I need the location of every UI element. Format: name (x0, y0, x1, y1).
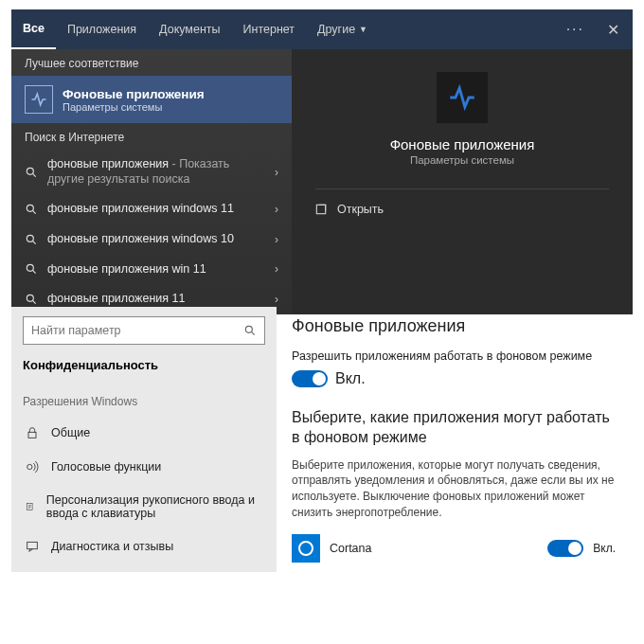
svg-point-4 (27, 235, 33, 242)
preview-app-icon (437, 72, 488, 123)
speech-icon (25, 459, 40, 474)
best-match-item[interactable]: Фоновые приложения Параметры системы (11, 76, 292, 123)
preview-subtitle: Параметры системы (410, 154, 514, 166)
activity-monitor-icon (25, 85, 53, 114)
search-results-list: Лучшее соответствие Фоновые приложения П… (11, 49, 292, 314)
allow-background-toggle[interactable] (292, 370, 328, 387)
choose-apps-heading: Выберите, какие приложения могут работат… (292, 408, 616, 448)
chevron-down-icon: ▼ (359, 25, 367, 34)
web-results-header: Поиск в Интернете (11, 123, 292, 150)
chevron-right-icon: › (275, 233, 278, 246)
settings-category-title: Конфиденциальность (23, 358, 265, 372)
chevron-right-icon: › (275, 166, 278, 179)
svg-point-14 (27, 464, 32, 469)
sidebar-item-inking[interactable]: Персонализация рукописного ввода и ввода… (23, 484, 265, 529)
svg-point-11 (245, 326, 252, 332)
settings-window: Конфиденциальность Разрешения Windows Об… (11, 307, 633, 572)
app-toggle-state: Вкл. (593, 542, 616, 555)
sidebar-item-speech[interactable]: Голосовые функции (23, 450, 265, 484)
search-icon (25, 233, 38, 246)
svg-line-5 (32, 241, 35, 243)
best-match-subtitle: Параметры системы (63, 101, 205, 113)
search-icon (25, 262, 38, 276)
sidebar-item-diagnostics[interactable]: Диагностика и отзывы (23, 529, 265, 564)
sidebar-item-general[interactable]: Общие (23, 416, 265, 450)
svg-point-2 (27, 205, 33, 211)
toggle-state-label: Вкл. (335, 370, 366, 387)
close-icon[interactable]: ✕ (594, 21, 633, 39)
chevron-right-icon: › (275, 293, 278, 306)
app-toggle[interactable] (547, 540, 583, 557)
preview-title: Фоновые приложения (390, 136, 535, 152)
web-result-item[interactable]: фоновые приложения win 11 › (11, 255, 292, 285)
open-icon (314, 203, 328, 216)
search-filter-tabs: Все Приложения Документы Интернет Другие… (11, 9, 633, 49)
svg-rect-19 (27, 542, 38, 548)
feedback-icon (25, 539, 40, 554)
svg-point-8 (27, 295, 33, 301)
page-title: Фоновые приложения (292, 316, 616, 336)
svg-rect-13 (28, 432, 36, 438)
search-icon (25, 203, 38, 216)
svg-point-0 (27, 168, 33, 174)
windows-search-flyout: Все Приложения Документы Интернет Другие… (11, 9, 633, 295)
web-result-item[interactable]: фоновые приложения windows 11 › (11, 194, 292, 224)
choose-apps-description: Выберите приложения, которые могут получ… (292, 457, 616, 521)
search-icon (243, 324, 257, 337)
settings-content: Фоновые приложения Разрешить приложениям… (277, 307, 633, 572)
search-icon (25, 293, 38, 306)
app-name-label: Cortana (330, 542, 538, 555)
chevron-right-icon: › (275, 203, 278, 216)
svg-rect-10 (316, 205, 325, 213)
search-icon (25, 166, 38, 179)
settings-section-header: Разрешения Windows (23, 395, 265, 408)
svg-line-3 (32, 211, 35, 214)
clipboard-icon (25, 499, 35, 514)
svg-line-1 (32, 173, 35, 176)
svg-line-12 (251, 331, 254, 334)
tab-documents[interactable]: Документы (148, 9, 231, 49)
web-result-item[interactable]: фоновые приложения - Показать другие рез… (11, 150, 292, 194)
tab-more[interactable]: Другие▼ (306, 9, 379, 49)
background-app-row: Cortana Вкл. (292, 534, 616, 563)
more-options-icon[interactable]: ··· (557, 21, 594, 38)
chevron-right-icon: › (275, 262, 278, 276)
settings-sidebar: Конфиденциальность Разрешения Windows Об… (11, 307, 277, 572)
cortana-icon (292, 534, 320, 563)
tab-all[interactable]: Все (11, 9, 56, 49)
lock-icon (25, 425, 40, 440)
svg-line-7 (32, 271, 35, 274)
settings-search-input[interactable] (31, 324, 243, 337)
settings-search-box[interactable] (23, 316, 265, 345)
search-preview-pane: Фоновые приложения Параметры системы Отк… (292, 49, 633, 314)
svg-point-6 (27, 265, 33, 272)
tab-apps[interactable]: Приложения (56, 9, 148, 49)
allow-background-label: Разрешить приложениям работать в фоновом… (292, 349, 616, 363)
web-result-item[interactable]: фоновые приложения windows 10 › (11, 224, 292, 255)
svg-line-9 (32, 300, 35, 303)
preview-open-action[interactable]: Открыть (314, 203, 384, 216)
best-match-title: Фоновые приложения (63, 87, 205, 101)
best-match-header: Лучшее соответствие (11, 49, 292, 76)
tab-internet[interactable]: Интернет (232, 9, 307, 49)
